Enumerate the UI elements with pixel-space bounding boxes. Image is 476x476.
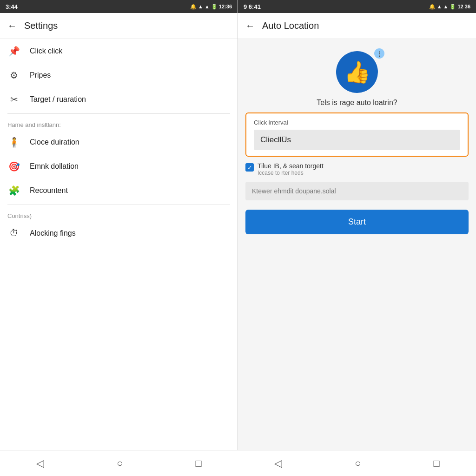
checkbox-row: ✓ Tilue IB, & sean torgett Iccase to rte… [245,162,469,176]
left-wifi-icon: ▲ [198,4,203,9]
menu-item-click-click[interactable]: 📌 Click click [0,39,238,63]
pripes-icon: ⚙ [7,70,20,81]
interval-card: Click interval [245,112,469,157]
checkbox-main-text: Tilue IB, & sean torgett [258,162,324,170]
left-top-bar: ← Settings [0,13,238,39]
recountent-label: Recountent [30,186,68,195]
more-options-button[interactable]: ⋮ [374,48,384,59]
checkbox-text-group: Tilue IB, & sean torgett Iccase to rter … [258,162,324,176]
left-status-icons: 🔔 ▲ ▲ 🔋 12:36 [190,4,232,10]
right-back-button[interactable]: ← [245,20,255,31]
bottom-navigation: ◁ ○ □ ◁ ○ □ [0,450,476,476]
emnk-icon: 🎯 [7,161,20,172]
left-status-bar: 3:44 🔔 ▲ ▲ 🔋 12:36 [0,0,238,13]
left-recent-nav-icon[interactable]: □ [186,454,211,473]
thumbs-up-container: 👍 ⋮ [336,51,378,93]
menu-item-recountent[interactable]: 🧩 Recountent [0,178,238,203]
left-menu-section1: 📌 Click click ⚙ Pripes ✂ Target / ruarat… [0,39,238,112]
left-time: 3:44 [6,3,18,10]
menu-item-emnk[interactable]: 🎯 Emnk dollation [0,154,238,178]
secondary-input[interactable] [245,182,469,200]
checkbox-sub-text: Iccase to rter heds [258,170,324,176]
right-battery-text: 12 36 [457,4,470,9]
checkmark-icon: ✓ [247,164,252,171]
menu-item-target[interactable]: ✂ Target / ruaration [0,87,238,112]
right-page-title: Auto Location [262,20,319,31]
cloce-label: Cloce duiration [30,138,79,146]
menu-item-cloce[interactable]: 🧍 Cloce duiration [0,130,238,154]
left-signal-icon: 🔔 [190,4,197,10]
left-back-nav-icon[interactable]: ◁ [27,454,53,473]
target-label: Target / ruaration [30,95,86,104]
left-back-button[interactable]: ← [7,20,17,31]
section2-label: Contriss) [0,207,238,221]
checkbox-icon[interactable]: ✓ [245,163,254,172]
pripes-label: Pripes [30,71,51,79]
interval-input[interactable] [254,130,460,150]
right-time: 9 6:41 [244,3,261,10]
alocking-icon: ⏱ [7,228,20,238]
right-wifi-icon: ▲ [437,4,442,9]
right-main-content: 👍 ⋮ Tels is rage auto loatrin? Click int… [238,39,476,450]
left-menu-section3: ⏱ Alocking fings [0,221,238,245]
divider1 [7,113,230,114]
alocking-label: Alocking fings [30,229,76,238]
click-click-icon: 📌 [7,46,20,57]
emnk-label: Emnk dollation [30,162,79,171]
right-status-bar: 9 6:41 🔔 ▲ ▲ 🔋 12 36 [238,0,476,13]
interval-label: Click interval [254,119,460,126]
right-status-icons: 🔔 ▲ ▲ 🔋 12 36 [429,4,470,10]
left-signal-bars: ▲ [205,4,210,9]
left-screen: 3:44 🔔 ▲ ▲ 🔋 12:36 ← Settings 📌 Click cl… [0,0,238,450]
menu-item-pripes[interactable]: ⚙ Pripes [0,63,238,87]
right-recent-nav-icon[interactable]: □ [424,454,449,473]
left-menu-section2: 🧍 Cloce duiration 🎯 Emnk dollation 🧩 Rec… [0,130,238,203]
left-home-nav-icon[interactable]: ○ [107,454,132,473]
left-battery-icon: 🔋 [211,4,218,10]
click-click-label: Click click [30,47,62,55]
right-home-nav-icon[interactable]: ○ [345,454,370,473]
divider2 [7,205,230,205]
menu-item-alocking[interactable]: ⏱ Alocking fings [0,221,238,245]
recountent-icon: 🧩 [7,185,20,196]
left-battery-text: 12:36 [219,4,232,9]
right-signal-icon: 🔔 [429,4,436,10]
left-bottom-nav: ◁ ○ □ [0,450,238,476]
question-text: Tels is rage auto loatrin? [313,99,401,107]
left-page-title: Settings [24,20,58,31]
target-icon: ✂ [7,94,20,105]
right-back-nav-icon[interactable]: ◁ [265,454,291,473]
right-bottom-nav: ◁ ○ □ [238,450,476,476]
thumbs-up-icon: 👍 [336,51,378,93]
cloce-icon: 🧍 [7,137,20,148]
right-battery-icon: 🔋 [450,4,456,10]
section1-label: Hame and insltlann: [0,116,238,130]
right-top-bar: ← Auto Location [238,13,476,39]
right-screen: 9 6:41 🔔 ▲ ▲ 🔋 12 36 ← Auto Location 👍 ⋮… [238,0,476,450]
start-button[interactable]: Start [245,210,469,234]
right-signal-bars: ▲ [443,4,449,9]
